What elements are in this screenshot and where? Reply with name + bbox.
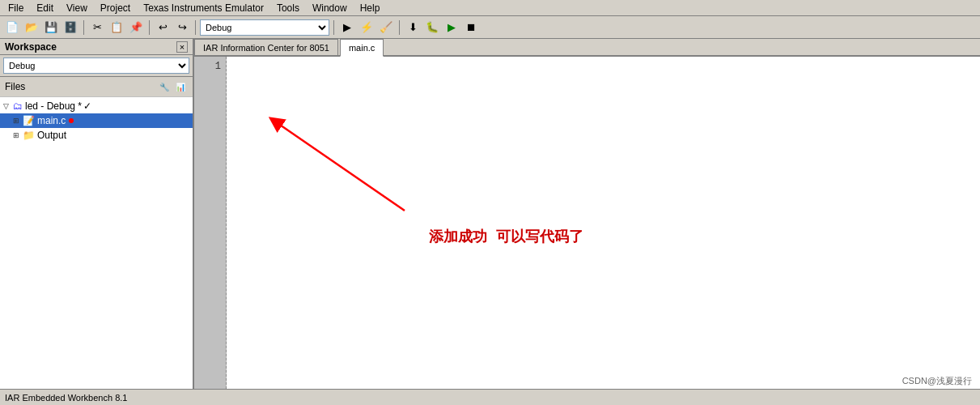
menu-ti-emulator[interactable]: Texas Instruments Emulator	[138, 2, 269, 15]
tab-bar: IAR Information Center for 8051 main.c	[194, 39, 980, 57]
run-button[interactable]: ▶	[443, 19, 460, 36]
save-button[interactable]: 💾	[42, 19, 60, 36]
main-layout: Workspace × Debug Release Files 🔧 📊 ▽ 🗂 …	[0, 39, 980, 389]
line-number-1: 1	[194, 60, 226, 73]
statusbar-text: IAR Embedded Workbench 8.1	[5, 393, 127, 403]
tree-root-check: ✓	[83, 100, 91, 112]
annotation-text: 添加成功 可以写代码了	[429, 227, 583, 246]
open-button[interactable]: 📂	[23, 19, 40, 36]
menu-project[interactable]: Project	[95, 2, 135, 15]
annotation-arrow	[243, 105, 421, 235]
separator-5	[399, 20, 400, 35]
menu-edit[interactable]: Edit	[32, 2, 58, 15]
download-button[interactable]: ⬇	[404, 19, 422, 36]
tab-main-c[interactable]: main.c	[340, 39, 384, 57]
watermark: CSDN@浅夏漫行	[902, 375, 972, 387]
debug-button[interactable]: 🐛	[423, 19, 441, 36]
clean-button[interactable]: 🧹	[377, 19, 395, 36]
modified-dot	[69, 118, 74, 123]
menu-help[interactable]: Help	[355, 2, 385, 15]
tab-iar-info[interactable]: IAR Information Center for 8051	[194, 39, 338, 55]
folder-icon: 🗂	[13, 100, 23, 112]
tree-main-c-label: main.c	[37, 115, 66, 126]
paste-button[interactable]: 📌	[127, 19, 145, 36]
editor-area[interactable]: 1 添加成功 可以写代码了	[194, 57, 980, 389]
compile-button[interactable]: ⚡	[358, 19, 375, 36]
file-icon: 📝	[23, 115, 35, 126]
menu-window[interactable]: Window	[308, 2, 352, 15]
output-folder-icon: 📁	[23, 130, 35, 141]
config-dropdown[interactable]: Debug Release	[200, 19, 329, 36]
undo-button[interactable]: ↩	[154, 19, 172, 36]
redo-button[interactable]: ↪	[173, 19, 191, 36]
menubar: File Edit View Project Texas Instruments…	[0, 0, 980, 16]
tree-expand-main: ⊞	[13, 117, 23, 125]
make-button[interactable]: ▶	[338, 19, 356, 36]
statusbar: IAR Embedded Workbench 8.1 CSDN@浅夏漫行	[0, 389, 980, 405]
new-button[interactable]: 📄	[3, 19, 21, 36]
separator-1	[83, 20, 84, 35]
workspace-panel: Workspace × Debug Release Files 🔧 📊 ▽ 🗂 …	[0, 39, 194, 389]
tree-root-item[interactable]: ▽ 🗂 led - Debug * ✓	[0, 99, 193, 113]
files-icon-1[interactable]: 🔧	[157, 79, 172, 94]
workspace-config-dropdown[interactable]: Debug Release	[3, 58, 189, 74]
tree-root-label: led - Debug *	[25, 100, 82, 112]
separator-2	[149, 20, 150, 35]
files-icon-bar: 🔧 📊	[157, 79, 188, 94]
workspace-titlebar: Workspace ×	[0, 39, 193, 55]
tab-main-c-label: main.c	[349, 43, 375, 53]
save-all-button[interactable]: 🗄️	[62, 19, 79, 36]
tree-output-item[interactable]: ⊞ 📁 Output	[0, 128, 193, 143]
cut-button[interactable]: ✂	[88, 19, 106, 36]
editor-container: IAR Information Center for 8051 main.c 1	[194, 39, 980, 389]
workspace-config-bar: Debug Release	[0, 55, 193, 77]
menu-view[interactable]: View	[62, 2, 92, 15]
toolbar: 📄 📂 💾 🗄️ ✂ 📋 📌 ↩ ↪ Debug Release ▶ ⚡ 🧹 ⬇…	[0, 16, 980, 39]
file-tree: ▽ 🗂 led - Debug * ✓ ⊞ 📝 main.c ⊞ 📁 Outpu…	[0, 97, 193, 389]
tree-expand-output: ⊞	[13, 131, 23, 139]
code-area[interactable]: 添加成功 可以写代码了	[227, 57, 980, 389]
menu-file[interactable]: File	[3, 2, 28, 15]
copy-button[interactable]: 📋	[108, 19, 125, 36]
files-header: Files 🔧 📊	[0, 77, 193, 97]
files-label: Files	[5, 81, 25, 92]
tab-iar-info-label: IAR Information Center for 8051	[203, 43, 329, 53]
tree-output-label: Output	[37, 130, 66, 141]
expand-icon: ▽	[3, 102, 13, 110]
separator-4	[333, 20, 334, 35]
menu-tools[interactable]: Tools	[272, 2, 304, 15]
separator-3	[195, 20, 196, 35]
files-icon-2[interactable]: 📊	[173, 79, 188, 94]
svg-line-0	[275, 122, 405, 211]
workspace-title: Workspace	[5, 41, 57, 53]
tree-main-c-item[interactable]: ⊞ 📝 main.c	[0, 113, 193, 128]
line-numbers: 1	[194, 57, 227, 389]
workspace-close-button[interactable]: ×	[176, 41, 188, 53]
stop-button[interactable]: ⏹	[462, 19, 480, 36]
